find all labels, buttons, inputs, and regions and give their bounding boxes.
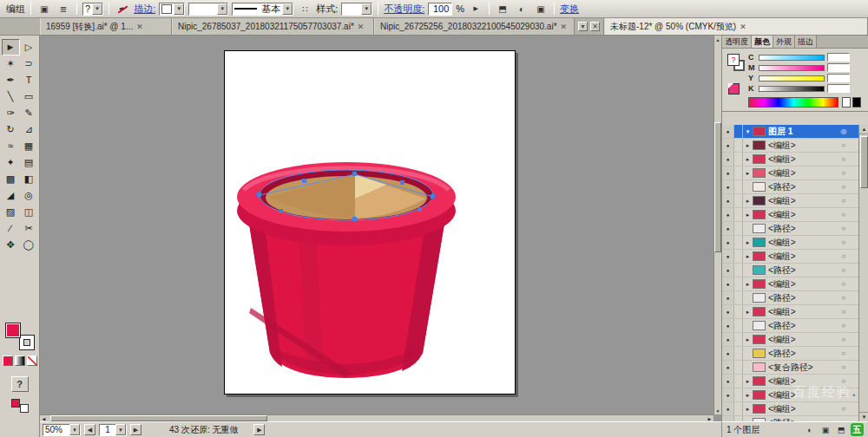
visibility-eye-icon[interactable]: ●: [722, 264, 734, 277]
no-style-pen-button[interactable]: ✒: [115, 2, 130, 16]
slice-tool[interactable]: ∕: [2, 220, 20, 237]
target-circle-icon[interactable]: ○: [838, 322, 850, 329]
layer-row[interactable]: ●<路径>○: [722, 264, 858, 277]
channel-value-input[interactable]: [827, 63, 850, 72]
scale-tool[interactable]: ⊿: [20, 121, 38, 138]
lock-cell[interactable]: [734, 333, 743, 346]
mesh-tool[interactable]: ▩: [2, 171, 20, 187]
eyedropper-tool[interactable]: ◢: [2, 187, 20, 204]
lock-cell[interactable]: [734, 402, 743, 415]
channel-slider[interactable]: [759, 75, 825, 82]
panel-tab-描边[interactable]: 描边: [795, 36, 817, 48]
layers-scrollbar[interactable]: ▲ ▼: [858, 125, 868, 421]
close-icon[interactable]: ✕: [740, 23, 746, 31]
lock-cell[interactable]: [734, 153, 743, 166]
help-button[interactable]: ?: [11, 376, 29, 392]
target-circle-icon[interactable]: ○: [838, 405, 850, 413]
color-mode-button[interactable]: [3, 355, 13, 366]
target-circle-icon[interactable]: ○: [838, 155, 850, 163]
lock-cell[interactable]: [734, 222, 743, 235]
visibility-eye-icon[interactable]: ●: [722, 375, 734, 388]
target-circle-icon[interactable]: ○: [838, 211, 850, 218]
target-circle-icon[interactable]: ◎: [838, 127, 850, 135]
graphic-styles-button[interactable]: ∷: [297, 2, 312, 16]
visibility-eye-icon[interactable]: ●: [722, 305, 734, 318]
expand-arrow-icon[interactable]: ▸: [743, 212, 753, 218]
close-icon[interactable]: ✕: [136, 23, 143, 31]
next-page-button[interactable]: ▶: [130, 424, 141, 435]
target-circle-icon[interactable]: ○: [838, 225, 850, 232]
visibility-eye-icon[interactable]: ●: [722, 222, 734, 235]
lock-cell[interactable]: [734, 194, 743, 207]
visibility-eye-icon[interactable]: ●: [722, 180, 734, 193]
visibility-eye-icon[interactable]: ●: [722, 277, 734, 290]
expand-arrow-icon[interactable]: ▸: [743, 378, 753, 385]
make-clip-mask-button[interactable]: ◐: [804, 424, 816, 435]
zoom-tool[interactable]: ◯: [20, 237, 38, 253]
visibility-eye-icon[interactable]: ●: [722, 250, 734, 263]
line-segment-tool[interactable]: ╲: [2, 88, 20, 105]
lock-cell[interactable]: [734, 375, 743, 388]
lock-cell[interactable]: [734, 180, 743, 193]
expand-arrow-icon[interactable]: ▸: [743, 239, 753, 246]
channel-slider[interactable]: [759, 86, 825, 92]
target-circle-icon[interactable]: ○: [838, 377, 850, 385]
lock-cell[interactable]: [734, 277, 743, 290]
stroke-link[interactable]: 描边:: [134, 3, 155, 16]
warp-tool[interactable]: ≈: [2, 138, 20, 154]
scroll-right-icon[interactable]: ▶: [706, 415, 713, 421]
target-circle-icon[interactable]: ○: [838, 169, 850, 177]
tab-menu-icon[interactable]: ▾: [578, 22, 588, 31]
hand-tool[interactable]: ✥: [2, 237, 20, 253]
visibility-eye-icon[interactable]: ●: [722, 166, 734, 179]
scroll-up-icon[interactable]: ▲: [714, 36, 721, 43]
scroll-left-icon[interactable]: ◀: [40, 415, 48, 421]
lock-cell[interactable]: [734, 347, 743, 360]
layer-row[interactable]: ●▸<编组>○: [722, 194, 858, 208]
channel-value-input[interactable]: [827, 53, 850, 62]
scissors-tool[interactable]: ✂: [20, 220, 38, 237]
type-tool[interactable]: T: [20, 72, 38, 88]
target-circle-icon[interactable]: ○: [838, 252, 850, 260]
zoom-dropdown[interactable]: 50%▾: [43, 424, 81, 436]
channel-slider[interactable]: [759, 55, 825, 61]
stroke-swatch[interactable]: [19, 335, 35, 350]
target-circle-icon[interactable]: ○: [838, 266, 850, 274]
layer-row[interactable]: ●▸<编组>○: [722, 277, 858, 291]
target-circle-icon[interactable]: ○: [838, 280, 850, 288]
direct-selection-tool[interactable]: ▷: [20, 39, 38, 55]
scroll-down-icon[interactable]: ▼: [859, 412, 868, 421]
rotate-tool[interactable]: ↻: [2, 121, 20, 138]
style-dropdown[interactable]: ▾: [341, 3, 372, 16]
target-circle-icon[interactable]: ○: [838, 391, 850, 399]
scroll-up-icon[interactable]: ▲: [859, 125, 868, 134]
visibility-eye-icon[interactable]: ●: [722, 194, 734, 207]
lock-cell[interactable]: [734, 139, 743, 152]
lock-cell[interactable]: [734, 388, 743, 401]
crop-marks-button[interactable]: ▣: [533, 2, 549, 16]
visibility-eye-icon[interactable]: ●: [722, 361, 734, 374]
layer-row[interactable]: ●▸<编组>○: [722, 375, 858, 388]
vertical-scrollbar[interactable]: ▲ ▼: [713, 36, 721, 414]
document-tab[interactable]: Nipic_26785037_20180321175057703037.ai*✕: [172, 18, 374, 35]
target-circle-icon[interactable]: ○: [838, 238, 850, 246]
visibility-eye-icon[interactable]: ●: [722, 153, 734, 166]
channel-value-input[interactable]: [827, 84, 850, 93]
expand-arrow-icon[interactable]: ▸: [743, 281, 753, 288]
quick-reference-dropdown[interactable]: ?▾: [82, 3, 103, 16]
make-mask-button[interactable]: ◐: [514, 2, 529, 16]
horizontal-scroll-thumb[interactable]: [50, 415, 267, 421]
layers-scroll-thumb[interactable]: [860, 136, 868, 188]
layer-row[interactable]: ●▸<编组>○: [722, 208, 858, 222]
layer-row[interactable]: ●▸<编组>○: [722, 333, 858, 347]
panel-tab-外观[interactable]: 外观: [773, 36, 795, 48]
envelope-distort-button[interactable]: ⬒: [495, 2, 510, 16]
layer-row[interactable]: ●<复合路径>○: [722, 361, 858, 375]
panel-tab-颜色[interactable]: 颜色: [752, 36, 773, 48]
select-similar-button[interactable]: ≣: [56, 2, 71, 16]
selection-tool[interactable]: ►: [2, 39, 20, 55]
visibility-eye-icon[interactable]: ●: [722, 291, 734, 304]
target-circle-icon[interactable]: ○: [838, 141, 850, 149]
lock-cell[interactable]: [734, 208, 743, 221]
blend-tool[interactable]: ◎: [20, 187, 38, 204]
